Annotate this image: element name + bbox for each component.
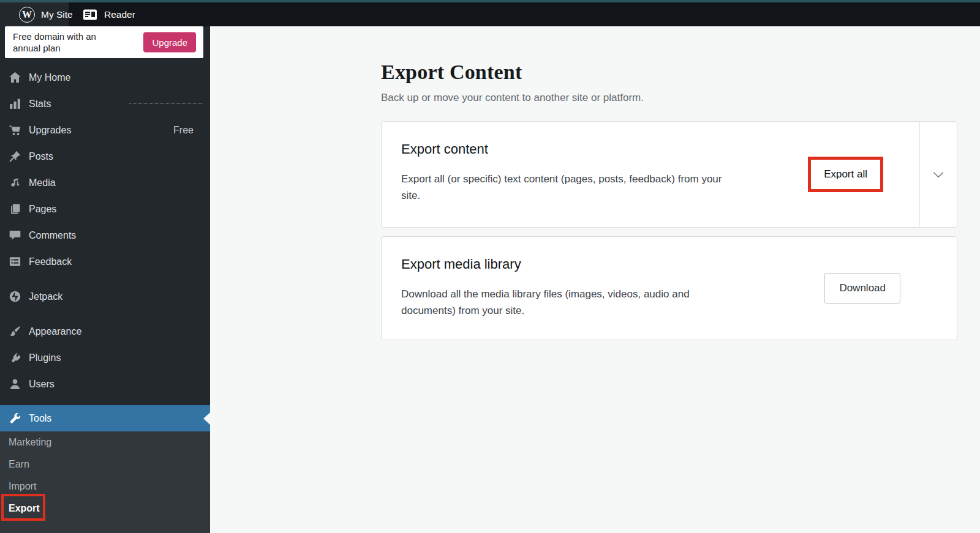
sidebar-item-jetpack[interactable]: Jetpack (0, 283, 210, 310)
sidebar-item-label: Pages (29, 204, 56, 215)
page-subtitle: Back up or move your content to another … (381, 92, 957, 104)
top-accent-stripe (0, 0, 980, 2)
reader-tab[interactable]: Reader (74, 2, 144, 26)
menu-separator (0, 397, 210, 405)
export-content-card-description: Export all (or specific) text content (p… (401, 171, 735, 204)
sidebar-item-label: Media (29, 177, 56, 188)
jetpack-icon (9, 290, 21, 303)
sidebar-item-appearance[interactable]: Appearance (0, 318, 210, 345)
export-all-button[interactable]: Export all (811, 160, 880, 189)
submenu-item-marketing[interactable]: Marketing (0, 431, 210, 453)
download-button[interactable]: Download (824, 273, 900, 304)
pages-icon (9, 203, 21, 215)
upsell-banner: Free domain with an annual plan Upgrade (5, 26, 203, 58)
plugin-icon (9, 351, 21, 364)
export-content-card-title: Export content (401, 141, 808, 157)
sidebar-item-label: Upgrades (29, 125, 71, 136)
sidebar-item-upgrades[interactable]: Upgrades Free (0, 117, 210, 143)
export-media-card: Export media library Download all the me… (381, 236, 957, 340)
submenu-item-label: Export (9, 503, 40, 514)
pushpin-icon (9, 150, 21, 163)
main-content: Export Content Back up or move your cont… (210, 26, 980, 533)
expand-toggle[interactable] (919, 122, 957, 227)
my-site-tab[interactable]: W My Site (0, 2, 69, 26)
sidebar-item-my-home[interactable]: My Home (0, 64, 210, 91)
export-content-card: Export content Export all (or specific) … (381, 121, 957, 228)
plan-badge: Free (173, 125, 194, 136)
sidebar-item-label: Jetpack (29, 291, 62, 302)
submenu-item-earn[interactable]: Earn (0, 453, 210, 475)
wordpress-logo-icon: W (19, 7, 35, 23)
page-title: Export Content (381, 61, 957, 84)
submenu-item-export[interactable]: Export (0, 498, 210, 520)
stats-icon (9, 97, 21, 110)
submenu-item-import[interactable]: Import (0, 475, 210, 498)
sidebar-item-label: My Home (29, 72, 70, 83)
sidebar-menu: My Home Stats Upgrades Free Posts (0, 64, 210, 431)
reader-icon (83, 9, 97, 21)
sidebar-item-label: Feedback (29, 256, 72, 267)
sidebar-item-label: Posts (29, 151, 53, 162)
sidebar-item-label: Users (29, 379, 55, 390)
media-icon (9, 176, 21, 189)
feedback-icon (9, 255, 21, 268)
brush-icon (9, 325, 21, 338)
tools-submenu: Marketing Earn Import Export (0, 431, 210, 533)
stats-sparkline (129, 103, 203, 104)
reader-label: Reader (104, 9, 135, 20)
sidebar-item-label: Stats (29, 99, 51, 110)
sidebar-item-tools[interactable]: Tools (0, 405, 210, 431)
sidebar-item-label: Tools (29, 413, 51, 424)
my-site-label: My Site (41, 9, 73, 20)
comment-icon (9, 229, 21, 242)
wrench-icon (9, 412, 21, 425)
submenu-item-label: Marketing (9, 437, 51, 448)
chevron-down-icon (930, 166, 946, 182)
upgrade-button[interactable]: Upgrade (143, 32, 196, 53)
sidebar-item-media[interactable]: Media (0, 170, 210, 196)
sidebar-item-posts[interactable]: Posts (0, 143, 210, 170)
submenu-item-label: Import (9, 481, 36, 492)
user-icon (9, 378, 21, 390)
admin-sidebar: Free domain with an annual plan Upgrade … (0, 26, 210, 533)
sidebar-item-plugins[interactable]: Plugins (0, 345, 210, 371)
submenu-item-label: Earn (9, 459, 29, 470)
menu-separator (0, 275, 210, 283)
annotation-box-export-all: Export all (808, 157, 883, 192)
home-icon (9, 71, 21, 84)
sidebar-item-feedback[interactable]: Feedback (0, 248, 210, 275)
sidebar-item-label: Appearance (29, 326, 81, 337)
sidebar-item-comments[interactable]: Comments (0, 222, 210, 248)
sidebar-item-pages[interactable]: Pages (0, 196, 210, 222)
admin-topbar: W My Site Reader (0, 0, 980, 26)
sidebar-item-users[interactable]: Users (0, 371, 210, 397)
export-media-card-title: Export media library (401, 256, 824, 272)
sidebar-item-stats[interactable]: Stats (0, 91, 210, 117)
cart-icon (9, 124, 21, 136)
sidebar-item-label: Comments (29, 230, 76, 241)
sidebar-item-label: Plugins (29, 352, 61, 363)
menu-separator (0, 310, 210, 318)
upsell-banner-text: Free domain with an annual plan (5, 31, 118, 54)
export-media-card-description: Download all the media library files (im… (401, 286, 720, 319)
